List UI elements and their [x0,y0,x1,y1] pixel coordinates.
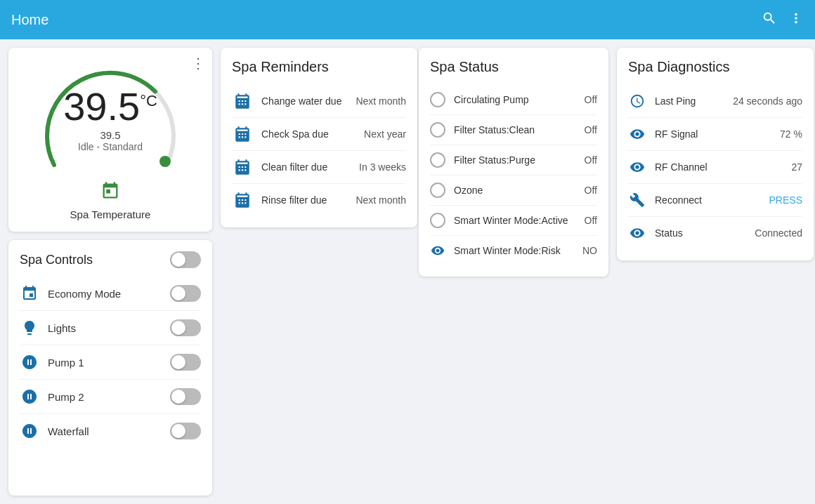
controls-header: Spa Controls [20,251,201,268]
master-toggle-slider [170,251,201,268]
content-grid: ⋮ 39.5°C 39.5 Id [8,48,807,496]
eye-icon-4 [628,224,646,242]
diag-value-2: 27 [791,161,802,173]
status-value-5: NO [582,245,597,256]
diag-row-2: RF Channel 27 [628,150,802,183]
lights-toggle[interactable] [170,319,201,336]
tool-icon [628,191,646,209]
spa-status-card: Spa Status Circulating Pump Off Filter S… [419,48,608,277]
economy-mode-icon [20,284,39,303]
search-button[interactable] [762,11,777,29]
pump2-icon [20,387,39,406]
status-name-2: Filter Status:Purge [454,154,576,166]
clock-icon [628,92,646,110]
eye-icon-2 [628,158,646,176]
economy-mode-slider [170,285,201,302]
control-row-waterfall: Waterfall [20,413,201,448]
svg-point-0 [159,156,171,167]
pump1-toggle[interactable] [170,354,201,371]
left-column: ⋮ 39.5°C 39.5 Id [8,48,212,496]
reminder-value-0: Next month [356,95,406,107]
reminder-label-1: Check Spa due [261,128,356,140]
status-row-2: Filter Status:Purge Off [430,145,597,175]
spa-temp-label: Spa Temperature [70,208,151,220]
reminder-icon-0 [232,91,253,112]
status-row-1: Filter Status:Clean Off [430,114,597,145]
status-indicator-2 [430,152,445,168]
status-name-5: Smart Winter Mode:Risk [454,245,574,256]
status-row-3: Ozone Off [430,175,597,205]
topbar-title: Home [11,12,762,28]
status-row-5: Smart Winter Mode:Risk NO [430,235,597,265]
reminder-value-3: Next month [356,194,406,206]
diag-value-1: 72 % [780,128,802,140]
calendar-row: Spa Temperature [70,181,151,220]
status-indicator-3 [430,183,445,198]
reminder-row-1: Check Spa due Next year [232,117,406,150]
status-name-0: Circulating Pump [454,94,576,105]
pump1-label: Pump 1 [48,357,162,369]
reminder-label-0: Change water due [261,95,347,107]
diag-label-1: RF Signal [655,128,771,140]
reminder-row-0: Change water due Next month [232,85,406,117]
temperature-card: ⋮ 39.5°C 39.5 Id [8,48,212,232]
pump2-toggle[interactable] [170,388,201,405]
diag-value-4: Connected [755,227,802,239]
diag-row-3: Reconnect PRESS [628,183,802,216]
status-name-1: Filter Status:Clean [454,124,576,135]
status-name-3: Ozone [454,185,576,196]
diag-value-3[interactable]: PRESS [769,194,802,206]
controls-title: Spa Controls [20,253,93,267]
temp-card-menu-button[interactable]: ⋮ [191,55,205,72]
diag-value-0: 24 seconds ago [733,95,802,107]
main-content: ⋮ 39.5°C 39.5 Id [0,39,815,504]
waterfall-label: Waterfall [48,425,162,437]
status-value-0: Off [585,94,597,105]
diag-label-3: Reconnect [655,194,761,206]
status-indicator-1 [430,122,445,138]
more-options-button[interactable] [788,11,804,29]
lights-label: Lights [48,322,162,334]
temperature-status: Idle - Standard [78,141,143,152]
waterfall-icon [20,421,39,441]
diag-label-2: RF Channel [655,161,783,173]
diagnostics-title: Spa Diagnostics [628,59,802,75]
status-value-3: Off [585,185,597,196]
status-indicator-5 [430,243,445,258]
reminder-icon-2 [232,157,253,178]
economy-mode-toggle[interactable] [170,285,201,302]
topbar: Home [0,0,815,39]
topbar-icons [762,11,804,29]
reminder-value-2: In 3 weeks [359,161,406,173]
reminder-row-3: Rinse filter due Next month [232,183,406,216]
diag-row-4: Status Connected [628,216,802,249]
control-row-pump1: Pump 1 [20,345,201,379]
spa-diagnostics-card: Spa Diagnostics Last Ping 24 seconds ago… [617,48,814,260]
control-row-economy-mode: Economy Mode [20,277,201,310]
status-row-0: Circulating Pump Off [430,85,597,114]
gauge-container: 39.5°C 39.5 Idle - Standard [37,56,184,175]
reminders-title: Spa Reminders [232,59,406,75]
waterfall-slider [170,423,201,439]
pump1-slider [170,354,201,371]
lights-icon [20,318,39,338]
eye-icon-1 [628,125,646,143]
pump1-icon [20,352,39,372]
waterfall-toggle[interactable] [170,423,201,439]
master-toggle[interactable] [170,251,201,268]
calendar-icon [100,181,120,206]
reminders-column: Spa Reminders Change water due Next mont… [221,48,410,496]
economy-mode-label: Economy Mode [48,288,162,300]
reminder-label-3: Rinse filter due [261,194,347,206]
spa-controls-card: Spa Controls Economy Mode [8,240,212,496]
control-row-lights: Lights [20,310,201,345]
control-row-pump2: Pump 2 [20,379,201,413]
temperature-value: 39.5°C [63,87,157,126]
status-title: Spa Status [430,59,597,75]
status-indicator-4 [430,213,445,228]
status-indicator-0 [430,92,445,107]
reminder-icon-1 [232,124,253,145]
diag-label-0: Last Ping [655,95,724,107]
diag-row-0: Last Ping 24 seconds ago [628,85,802,117]
status-value-1: Off [585,124,597,135]
